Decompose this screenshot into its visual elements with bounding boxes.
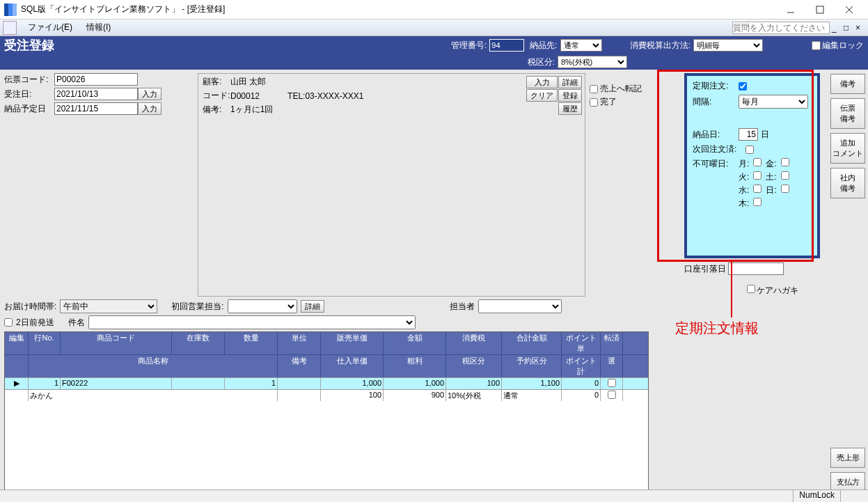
customer-code: D00012: [230, 91, 260, 101]
fri-label: 金:: [766, 158, 776, 170]
delivdate-input[interactable]: [54, 102, 138, 115]
col-taxcat: 税区分: [446, 355, 502, 377]
col-sel: 選: [601, 355, 623, 377]
sat-check[interactable]: [781, 171, 789, 180]
annotation-text: 定期注文情報: [675, 319, 759, 338]
orderdate-input-button[interactable]: 入力: [138, 88, 161, 100]
grid-row-sub[interactable]: みかん 100 900 10%(外税 通常 0: [5, 389, 648, 401]
tue-label: 火:: [739, 171, 749, 183]
taxmethod-label: 消費税算出方法:: [630, 40, 691, 52]
col-rowno: 行No.: [29, 332, 61, 354]
subject-select[interactable]: [88, 315, 416, 329]
editlock-check[interactable]: [812, 41, 821, 50]
col-unitprice: 販売単価: [321, 332, 384, 354]
col-qty: 数量: [225, 332, 278, 354]
fri-check[interactable]: [781, 158, 789, 166]
delivday-input[interactable]: [739, 128, 758, 141]
col-code: 商品コード: [61, 332, 172, 354]
customer-name: 山田 太郎: [230, 76, 266, 88]
grid-row[interactable]: ▶ 1 F00222 1 1,000 1,000 100 1,100 0: [5, 377, 648, 389]
mdi-close-icon[interactable]: ×: [855, 23, 865, 33]
day-suffix: 日: [761, 129, 769, 141]
periodic-check[interactable]: [739, 82, 747, 91]
wed-check[interactable]: [753, 185, 762, 193]
delivtime-select[interactable]: 午前中: [60, 299, 157, 313]
tosales-label: 売上へ転記: [600, 83, 642, 95]
cust-clear-button[interactable]: クリア: [526, 89, 558, 102]
col-cost: 仕入単価: [321, 355, 384, 377]
thu-label: 木:: [739, 198, 749, 210]
status-numlock: NumLock: [793, 490, 840, 502]
cust-detail-button[interactable]: 詳細: [558, 76, 582, 88]
side-internal-button[interactable]: 社内 備考: [830, 168, 865, 198]
tel-label: TEL:: [287, 91, 305, 101]
delivdate-input-button[interactable]: 入力: [138, 102, 161, 115]
debitdate-label: 口座引落日: [684, 264, 726, 274]
status-bar: NumLock: [0, 489, 868, 502]
tosales-check[interactable]: [590, 85, 598, 93]
row-selector[interactable]: ▶: [5, 378, 29, 389]
taxmethod-select[interactable]: 明細毎: [693, 39, 763, 52]
select-check[interactable]: [608, 391, 616, 399]
mgmtnum-input[interactable]: [489, 39, 524, 52]
mdi-restore-icon[interactable]: □: [844, 23, 853, 33]
posted-check[interactable]: [608, 379, 616, 387]
customer-label: 顧客:: [203, 76, 230, 88]
done-check[interactable]: [590, 98, 598, 107]
cust-register-button[interactable]: 登録: [558, 89, 582, 102]
form-view-icon[interactable]: [3, 21, 17, 35]
cust-history-button[interactable]: 履歴: [558, 102, 582, 115]
minimize-button[interactable]: [776, 1, 805, 18]
thu-check[interactable]: [753, 198, 762, 206]
page-header-row2: 税区分:8%(外税): [0, 54, 868, 70]
col-posted: 転済: [601, 332, 623, 354]
editlock-label: 編集ロック: [822, 40, 864, 52]
col-tax: 消費税: [446, 332, 502, 354]
firstrep-label: 初回営業担当:: [171, 301, 223, 313]
menu-info[interactable]: 情報(I): [79, 22, 118, 33]
dest-select[interactable]: 通常: [560, 39, 602, 52]
tel-value: 03-XXXX-XXX1: [305, 91, 363, 101]
cust-input-button[interactable]: 入力: [526, 76, 558, 88]
side-slipremark-button[interactable]: 伝票 備考: [830, 98, 865, 129]
side-remark-button[interactable]: 備考: [830, 74, 865, 94]
firstrep-select[interactable]: [228, 299, 297, 313]
delivday-label: 納品日:: [693, 129, 739, 141]
carecard-check[interactable]: [747, 285, 755, 293]
col-unit: 単位: [278, 332, 321, 354]
interval-select[interactable]: 毎月: [739, 95, 808, 109]
maximize-button[interactable]: [805, 1, 835, 18]
remark-label: 備考:: [203, 104, 230, 116]
menu-bar: ファイル(E) 情報(I) _ □ ×: [0, 19, 868, 36]
taxcat-select[interactable]: 8%(外税): [558, 56, 627, 68]
col-resv: 予約区分: [502, 355, 562, 377]
side-salesform-button[interactable]: 売上形: [830, 448, 865, 468]
col-edit[interactable]: 編集: [5, 332, 29, 354]
help-search-input[interactable]: [732, 22, 830, 34]
close-button[interactable]: [835, 1, 864, 18]
app-logo-icon: [4, 3, 17, 16]
delivdate-label: 納品予定日: [4, 103, 54, 115]
mon-label: 月:: [739, 158, 749, 170]
rep-select[interactable]: [478, 299, 562, 313]
sat-label: 土:: [766, 171, 776, 183]
twoday-check[interactable]: [4, 318, 13, 327]
col-ptt: ポイント計: [562, 355, 601, 377]
nextdone-check[interactable]: [745, 146, 754, 154]
menu-file[interactable]: ファイル(E): [21, 22, 79, 33]
orderdate-input[interactable]: [54, 88, 138, 100]
window-title: SQL版「インサイトブレイン業務ソフト」 - [受注登録]: [21, 3, 776, 15]
debitdate-input[interactable]: [728, 262, 784, 275]
mon-check[interactable]: [753, 158, 762, 166]
remark-value: 1ヶ月に1回: [230, 104, 273, 116]
slipcode-input[interactable]: [54, 73, 138, 86]
side-addcomment-button[interactable]: 追加 コメント: [830, 133, 865, 164]
detail-grid: 編集 行No. 商品コード 在庫数 数量 単位 販売単価 金額 消費税 合計金額…: [4, 331, 649, 502]
firstrep-detail-button[interactable]: 詳細: [301, 300, 324, 313]
mgmtnum-label: 管理番号:: [451, 40, 487, 52]
sun-check[interactable]: [781, 185, 789, 193]
code-label: コード:: [203, 90, 230, 102]
tue-check[interactable]: [753, 171, 762, 180]
col-remark: 備考: [278, 355, 321, 377]
mdi-minimize-icon[interactable]: _: [832, 23, 842, 33]
